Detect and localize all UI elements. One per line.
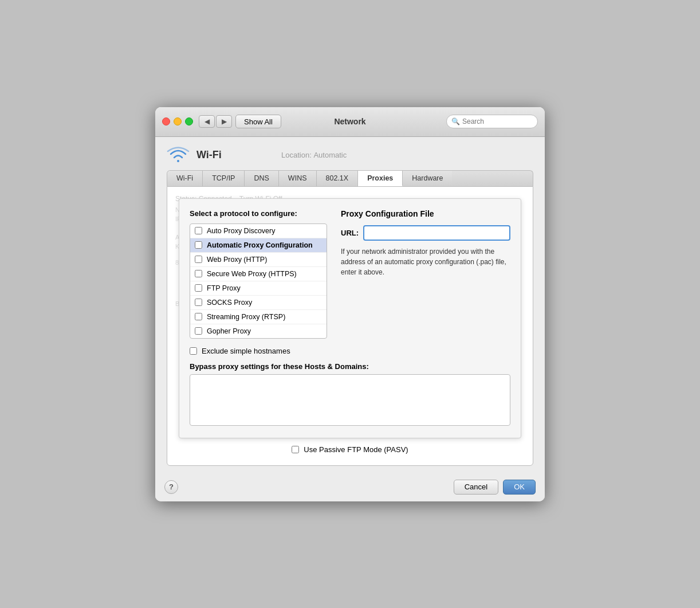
network-name: Wi-Fi	[196, 149, 222, 161]
streaming-label: Streaming Proxy (RTSP)	[207, 313, 285, 321]
protocol-auto-config[interactable]: Automatic Proxy Configuration	[190, 238, 327, 253]
protocol-socks[interactable]: SOCKS Proxy	[190, 296, 327, 310]
window-title: Network	[334, 117, 365, 126]
proxy-config-title: Proxy Configuration File	[341, 209, 510, 218]
close-button[interactable]	[162, 117, 170, 125]
protocol-secure-https[interactable]: Secure Web Proxy (HTTPS)	[190, 267, 327, 281]
bypass-label: Bypass proxy settings for these Hosts & …	[190, 362, 510, 371]
tab-8021x[interactable]: 802.1X	[317, 171, 359, 186]
location-label: Location:	[281, 151, 312, 159]
config-column: Proxy Configuration File URL: If your ne…	[341, 209, 510, 339]
tab-tcpip[interactable]: TCP/IP	[203, 171, 245, 186]
secure-https-checkbox[interactable]	[195, 270, 202, 277]
auto-config-label: Automatic Proxy Configuration	[207, 241, 313, 249]
tab-hardware[interactable]: Hardware	[403, 171, 452, 186]
web-http-label: Web Proxy (HTTP)	[207, 256, 267, 264]
location-area: Location: Automatic	[281, 151, 533, 159]
tab-wifi[interactable]: Wi-Fi	[167, 171, 203, 186]
nav-buttons: ◀ ▶	[199, 115, 232, 128]
help-button[interactable]: ?	[164, 480, 178, 494]
protocol-auto-discovery[interactable]: Auto Proxy Discovery	[190, 224, 327, 238]
web-http-checkbox[interactable]	[195, 256, 202, 263]
tab-wins[interactable]: WINS	[279, 171, 317, 186]
auto-discovery-checkbox[interactable]	[195, 227, 202, 234]
gopher-checkbox[interactable]	[195, 327, 202, 335]
titlebar: ◀ ▶ Show All Network 🔍	[155, 107, 545, 137]
back-button[interactable]: ◀	[199, 115, 215, 128]
search-input[interactable]	[462, 117, 533, 125]
search-box: 🔍	[446, 115, 538, 128]
search-icon: 🔍	[451, 117, 460, 125]
exclude-row[interactable]: Exclude simple hostnames	[190, 347, 510, 355]
footer-buttons: Cancel OK	[454, 480, 536, 495]
socks-checkbox[interactable]	[195, 299, 202, 306]
network-window: ◀ ▶ Show All Network 🔍 Wi-Fi Location: A…	[155, 107, 545, 501]
exclude-hostnames-checkbox[interactable]	[190, 347, 197, 355]
secure-https-label: Secure Web Proxy (HTTPS)	[207, 270, 297, 278]
ftp-checkbox[interactable]	[195, 284, 202, 292]
cancel-button[interactable]: Cancel	[454, 480, 498, 495]
passive-ftp-label: Use Passive FTP Mode (PASV)	[304, 445, 408, 454]
exclude-hostnames-label: Exclude simple hostnames	[202, 347, 290, 355]
select-protocol-label: Select a protocol to configure:	[190, 209, 327, 218]
proxy-layout: Select a protocol to configure: Auto Pro…	[190, 209, 510, 339]
location-value: Automatic	[313, 151, 347, 159]
ok-button[interactable]: OK	[503, 480, 536, 495]
protocol-web-http[interactable]: Web Proxy (HTTP)	[190, 253, 327, 267]
url-description: If your network administrator provided y…	[341, 246, 510, 277]
wifi-icon	[167, 146, 190, 164]
passive-ftp-checkbox[interactable]	[292, 446, 299, 453]
socks-label: SOCKS Proxy	[207, 299, 252, 307]
tab-proxies[interactable]: Proxies	[358, 171, 403, 186]
protocol-gopher[interactable]: Gopher Proxy	[190, 324, 327, 338]
tab-dns[interactable]: DNS	[245, 171, 278, 186]
streaming-checkbox[interactable]	[195, 313, 202, 320]
url-label: URL:	[341, 229, 359, 237]
footer: ? Cancel OK	[155, 474, 545, 501]
passive-ftp-row: Use Passive FTP Mode (PASV)	[179, 445, 521, 454]
bypass-textarea[interactable]	[190, 374, 510, 426]
content-area: Wi-Fi Location: Automatic Wi-Fi TCP/IP D…	[155, 137, 545, 474]
gopher-label: Gopher Proxy	[207, 327, 251, 335]
minimize-button[interactable]	[174, 117, 182, 125]
network-header: Wi-Fi Location: Automatic	[167, 146, 533, 164]
proxy-panel: Select a protocol to configure: Auto Pro…	[179, 198, 521, 438]
bottom-section: Exclude simple hostnames Bypass proxy se…	[190, 347, 510, 427]
url-input[interactable]	[363, 225, 510, 241]
maximize-button[interactable]	[185, 117, 193, 125]
auto-discovery-label: Auto Proxy Discovery	[207, 227, 275, 235]
traffic-lights	[162, 117, 193, 125]
protocol-ftp[interactable]: FTP Proxy	[190, 281, 327, 296]
protocol-streaming[interactable]: Streaming Proxy (RTSP)	[190, 310, 327, 324]
forward-button[interactable]: ▶	[216, 115, 232, 128]
ftp-label: FTP Proxy	[207, 284, 241, 292]
protocol-list: Auto Proxy Discovery Automatic Proxy Con…	[190, 223, 327, 339]
auto-config-checkbox[interactable]	[195, 241, 202, 249]
tab-bar: Wi-Fi TCP/IP DNS WINS 802.1X Proxies Har…	[167, 170, 533, 186]
url-row: URL:	[341, 225, 510, 241]
main-panel: Status: Connected Turn Wi-Fi Off Network…	[167, 186, 533, 466]
protocol-column: Select a protocol to configure: Auto Pro…	[190, 209, 327, 339]
show-all-button[interactable]: Show All	[235, 115, 281, 128]
